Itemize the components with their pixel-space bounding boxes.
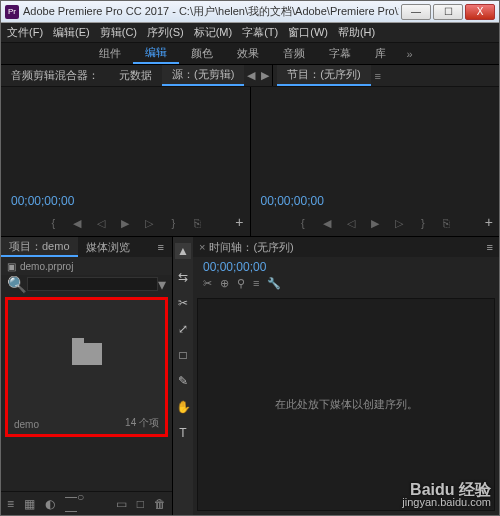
settings-list-icon[interactable]: ≡ bbox=[253, 277, 259, 290]
panel-nav-left-icon[interactable]: ◀ bbox=[244, 69, 258, 82]
timeline-placeholder: 在此处放下媒体以创建序列。 bbox=[275, 397, 418, 412]
minimize-button[interactable]: — bbox=[401, 4, 431, 20]
tools-panel: ▲ ⇆ ✂ ⤢ □ ✎ ✋ T bbox=[173, 237, 193, 515]
step-back-icon[interactable]: ◀ bbox=[70, 217, 84, 230]
project-bin-highlight[interactable]: demo 14 个项 bbox=[5, 297, 168, 437]
bin-item-count: 14 个项 bbox=[125, 416, 159, 430]
ws-overflow-icon[interactable]: » bbox=[406, 48, 412, 60]
panel-header-row: 音频剪辑混合器： 元数据 源：(无剪辑) ◀ ▶ 节目：(无序列) ≡ bbox=[1, 65, 499, 87]
step-fwd-icon[interactable]: ▷ bbox=[142, 217, 156, 230]
hand-tool-icon[interactable]: ✋ bbox=[175, 399, 191, 415]
close-button[interactable]: X bbox=[465, 4, 495, 20]
insert-icon[interactable]: ⎘ bbox=[190, 217, 204, 230]
play-icon[interactable]: ▶ bbox=[368, 217, 382, 230]
track-select-tool-icon[interactable]: ⇆ bbox=[175, 269, 191, 285]
folder-icon bbox=[72, 343, 102, 365]
mark-out-icon[interactable]: } bbox=[166, 217, 180, 230]
ws-tab-editing[interactable]: 编辑 bbox=[133, 43, 179, 64]
tab-audio-mixer[interactable]: 音频剪辑混合器： bbox=[1, 65, 109, 86]
menu-window[interactable]: 窗口(W) bbox=[288, 25, 328, 40]
razor-tool-icon[interactable]: ⤢ bbox=[175, 321, 191, 337]
ws-tab-assembly[interactable]: 组件 bbox=[87, 43, 133, 64]
filter-icon[interactable]: ▾ bbox=[158, 275, 166, 294]
tab-project[interactable]: 项目：demo bbox=[1, 237, 78, 257]
slip-tool-icon[interactable]: □ bbox=[175, 347, 191, 363]
project-file-icon: ▣ bbox=[7, 261, 16, 272]
wrench-icon[interactable]: 🔧 bbox=[267, 277, 281, 290]
ws-tab-effects[interactable]: 效果 bbox=[225, 43, 271, 64]
play-back-icon[interactable]: ◁ bbox=[94, 217, 108, 230]
titlebar: Pr Adobe Premiere Pro CC 2017 - C:\用户\he… bbox=[1, 1, 499, 23]
monitors: 00;00;00;00 { ◀ ◁ ▶ ▷ } ⎘ + 00;00;00;00 … bbox=[1, 87, 499, 237]
play-back-icon[interactable]: ◁ bbox=[344, 217, 358, 230]
tab-metadata[interactable]: 元数据 bbox=[109, 65, 162, 86]
tab-timeline[interactable]: 时间轴：(无序列) bbox=[209, 240, 293, 255]
app-window: Pr Adobe Premiere Pro CC 2017 - C:\用户\he… bbox=[0, 0, 500, 516]
bin-name: demo bbox=[14, 419, 39, 430]
ws-tab-color[interactable]: 颜色 bbox=[179, 43, 225, 64]
program-transport: { ◀ ◁ ▶ ▷ } ⎘ bbox=[251, 217, 500, 230]
type-tool-icon[interactable]: T bbox=[175, 425, 191, 441]
search-icon[interactable]: 🔍 bbox=[7, 275, 27, 294]
project-panel: 项目：demo 媒体浏览 ≡ ▣ demo.prproj 🔍 ▾ demo 14… bbox=[1, 237, 173, 515]
app-icon: Pr bbox=[5, 5, 19, 19]
timeline-menu-icon[interactable]: ≡ bbox=[487, 241, 493, 253]
linked-selection-icon[interactable]: ⊕ bbox=[220, 277, 229, 290]
timeline-drop-area[interactable]: 在此处放下媒体以创建序列。 bbox=[197, 298, 495, 511]
tab-program[interactable]: 节目：(无序列) bbox=[277, 65, 370, 86]
new-bin-icon[interactable]: ▭ bbox=[116, 497, 127, 511]
tab-media-browser[interactable]: 媒体浏览 bbox=[78, 237, 138, 257]
project-filename: demo.prproj bbox=[16, 261, 166, 272]
menubar: 文件(F) 编辑(E) 剪辑(C) 序列(S) 标记(M) 字幕(T) 窗口(W… bbox=[1, 23, 499, 43]
workspace-tabs: 组件 编辑 颜色 效果 音频 字幕 库 » bbox=[1, 43, 499, 65]
trash-icon[interactable]: 🗑 bbox=[154, 497, 166, 511]
ws-tab-libraries[interactable]: 库 bbox=[363, 43, 398, 64]
step-back-icon[interactable]: ◀ bbox=[320, 217, 334, 230]
timeline-timecode[interactable]: 00;00;00;00 bbox=[203, 260, 266, 274]
menu-clip[interactable]: 剪辑(C) bbox=[100, 25, 137, 40]
marker-icon[interactable]: ⚲ bbox=[237, 277, 245, 290]
tab-source-label: 源：(无剪辑) bbox=[172, 67, 234, 82]
tab-program-label: 节目：(无序列) bbox=[287, 67, 360, 82]
program-add-button-icon[interactable]: + bbox=[485, 214, 493, 230]
menu-title[interactable]: 字幕(T) bbox=[242, 25, 278, 40]
search-input[interactable] bbox=[27, 277, 158, 291]
tab-source[interactable]: 源：(无剪辑) bbox=[162, 65, 244, 86]
ws-tab-captions[interactable]: 字幕 bbox=[317, 43, 363, 64]
timeline-panel: × 时间轴：(无序列) ≡ 00;00;00;00 ✂ ⊕ ⚲ ≡ 🔧 在此处放… bbox=[193, 237, 499, 515]
list-view-icon[interactable]: ≡ bbox=[7, 497, 14, 511]
selection-tool-icon[interactable]: ▲ bbox=[175, 243, 191, 259]
window-title: Adobe Premiere Pro CC 2017 - C:\用户\helen… bbox=[23, 4, 399, 19]
program-menu-icon[interactable]: ≡ bbox=[371, 70, 385, 82]
mark-in-icon[interactable]: { bbox=[296, 217, 310, 230]
source-timecode: 00;00;00;00 bbox=[11, 194, 74, 208]
lower-panels: 项目：demo 媒体浏览 ≡ ▣ demo.prproj 🔍 ▾ demo 14… bbox=[1, 237, 499, 515]
freeform-view-icon[interactable]: ◐ bbox=[45, 497, 55, 511]
menu-edit[interactable]: 编辑(E) bbox=[53, 25, 90, 40]
new-item-icon[interactable]: □ bbox=[137, 497, 144, 511]
export-frame-icon[interactable]: ⎘ bbox=[440, 217, 454, 230]
zoom-slider[interactable]: —○— bbox=[65, 490, 96, 517]
snap-icon[interactable]: ✂ bbox=[203, 277, 212, 290]
mark-in-icon[interactable]: { bbox=[46, 217, 60, 230]
play-icon[interactable]: ▶ bbox=[118, 217, 132, 230]
menu-marker[interactable]: 标记(M) bbox=[194, 25, 233, 40]
icon-view-icon[interactable]: ▦ bbox=[24, 497, 35, 511]
timeline-toolbar: ✂ ⊕ ⚲ ≡ 🔧 bbox=[193, 277, 499, 294]
menu-help[interactable]: 帮助(H) bbox=[338, 25, 375, 40]
menu-file[interactable]: 文件(F) bbox=[7, 25, 43, 40]
mark-out-icon[interactable]: } bbox=[416, 217, 430, 230]
pen-tool-icon[interactable]: ✎ bbox=[175, 373, 191, 389]
maximize-button[interactable]: ☐ bbox=[433, 4, 463, 20]
project-footer: ≡ ▦ ◐ —○— ▭ □ 🗑 bbox=[1, 491, 172, 515]
project-menu-icon[interactable]: ≡ bbox=[150, 237, 172, 257]
menu-sequence[interactable]: 序列(S) bbox=[147, 25, 184, 40]
step-fwd-icon[interactable]: ▷ bbox=[392, 217, 406, 230]
ws-tab-audio[interactable]: 音频 bbox=[271, 43, 317, 64]
watermark-url: jingyan.baidu.com bbox=[402, 496, 491, 509]
program-timecode: 00;00;00;00 bbox=[261, 194, 324, 208]
panel-nav-right-icon[interactable]: ▶ bbox=[258, 69, 272, 82]
ripple-tool-icon[interactable]: ✂ bbox=[175, 295, 191, 311]
source-add-button-icon[interactable]: + bbox=[235, 214, 243, 230]
program-monitor: 00;00;00;00 { ◀ ◁ ▶ ▷ } ⎘ + bbox=[251, 87, 500, 236]
